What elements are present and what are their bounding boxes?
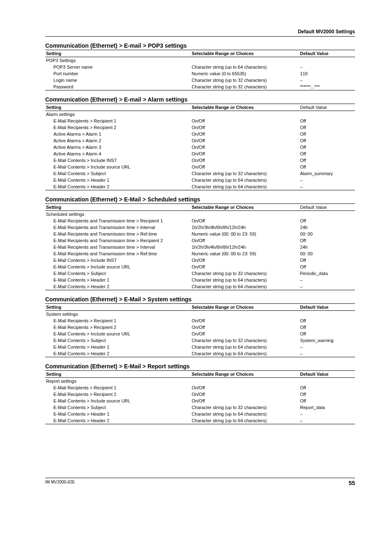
setting-default: Off — [299, 324, 355, 331]
setting-name: E-Mail Recipients and Transmission time … — [45, 231, 191, 237]
setting-name: E-Mail Recipients > Recipient 2 — [45, 124, 191, 131]
col-header-range: Selectable Range or Choices — [191, 104, 299, 111]
setting-default: – — [299, 411, 355, 417]
col-header-setting: Setting — [45, 204, 191, 211]
setting-name: E-Mail Recipients and Transmission time … — [45, 217, 191, 224]
table-row: E-Mail Recipients and Transmission time … — [45, 237, 355, 244]
group-label: Alarm settings — [45, 111, 355, 118]
settings-table: SettingSelectable Range or ChoicesDefaul… — [45, 50, 355, 90]
group-row: System settings — [45, 311, 355, 318]
setting-name: E-Mail Contents > Subject — [45, 337, 191, 344]
setting-name: Active Alarms > Alarm 3 — [45, 144, 191, 150]
setting-default: – — [299, 283, 355, 290]
setting-range: 1h/2h/3h/4h/6h/8h/12h/24h — [191, 244, 299, 250]
setting-range: Character string (up to 32 characters) — [191, 170, 299, 177]
setting-default: Off — [299, 144, 355, 150]
setting-range: Character string (up to 32 characters) — [191, 77, 299, 83]
table-row: Active Alarms > Alarm 1On/OffOff — [45, 131, 355, 137]
table-row: PasswordCharacter string (up to 32 chara… — [45, 83, 355, 90]
setting-range: On/Off — [191, 157, 299, 164]
setting-default: – — [299, 183, 355, 190]
setting-default: Alarm_summary — [299, 170, 355, 177]
col-header-default: Default Value — [299, 50, 355, 57]
group-row: Scheduled settings — [45, 211, 355, 218]
setting-name: E-Mail Recipients and Transmission time … — [45, 224, 191, 231]
setting-range: Character string (up to 32 characters) — [191, 404, 299, 411]
table-row: E-Mail Recipients > Recipient 1On/OffOff — [45, 118, 355, 124]
setting-default: Off — [299, 217, 355, 224]
setting-default: ******...*** — [299, 83, 355, 90]
setting-default: – — [299, 177, 355, 183]
setting-name: E-Mail Contents > Header 2 — [45, 283, 191, 290]
setting-range: Character string (up to 64 characters) — [191, 344, 299, 350]
setting-range: On/Off — [191, 398, 299, 404]
setting-default: Off — [299, 118, 355, 124]
setting-name: POP3 Server name — [45, 64, 191, 70]
table-row: E-Mail Contents > Include source URLOn/O… — [45, 331, 355, 337]
setting-name: E-Mail Contents > Header 1 — [45, 411, 191, 417]
col-header-setting: Setting — [45, 304, 191, 311]
setting-default: Off — [299, 137, 355, 144]
setting-range: On/Off — [191, 257, 299, 264]
table-row: E-Mail Recipients and Transmission time … — [45, 224, 355, 231]
setting-name: Port number — [45, 70, 191, 77]
setting-default: – — [299, 350, 355, 357]
setting-default: Off — [299, 264, 355, 270]
setting-range: 1h/2h/3h/4h/6h/8h/12h/24h — [191, 224, 299, 231]
group-label: System settings — [45, 311, 355, 318]
setting-range: On/Off — [191, 137, 299, 144]
setting-name: E-Mail Recipients and Transmission time … — [45, 244, 191, 250]
setting-default: 24h — [299, 244, 355, 250]
setting-range: On/Off — [191, 264, 299, 270]
setting-range: Character string (up to 64 characters) — [191, 183, 299, 190]
setting-default: – — [299, 77, 355, 83]
section-title: Communication (Ethernet) > E-Mail > Syst… — [45, 296, 355, 303]
setting-name: E-Mail Contents > Include source URL — [45, 164, 191, 170]
section-title: Communication (Ethernet) > E-mail > Alar… — [45, 96, 355, 103]
settings-table: SettingSelectable Range or ChoicesDefaul… — [45, 370, 355, 424]
col-header-setting: Setting — [45, 371, 191, 378]
table-row: E-Mail Recipients and Transmission time … — [45, 217, 355, 224]
group-label: Report settings — [45, 378, 355, 385]
setting-name: E-Mail Recipients > Recipient 1 — [45, 118, 191, 124]
setting-name: E-Mail Contents > Include source URL — [45, 398, 191, 404]
table-row: Active Alarms > Alarm 4On/OffOff — [45, 150, 355, 157]
setting-range: On/Off — [191, 331, 299, 337]
setting-default: Off — [299, 237, 355, 244]
setting-range: On/Off — [191, 237, 299, 244]
table-row: E-Mail Recipients > Recipient 2On/OffOff — [45, 391, 355, 398]
setting-name: E-Mail Recipients and Transmission time … — [45, 250, 191, 257]
table-row: E-Mail Contents > Header 1Character stri… — [45, 277, 355, 283]
table-row: E-Mail Contents > Include INSTOn/OffOff — [45, 257, 355, 264]
table-row: E-Mail Contents > Include source URLOn/O… — [45, 164, 355, 170]
setting-name: E-Mail Contents > Include INST — [45, 257, 191, 264]
setting-default: – — [299, 344, 355, 350]
setting-default: Off — [299, 384, 355, 391]
setting-default: Off — [299, 131, 355, 137]
setting-name: E-Mail Recipients and Transmission time … — [45, 237, 191, 244]
setting-default: 00: 00 — [299, 250, 355, 257]
table-row: E-Mail Contents > SubjectCharacter strin… — [45, 337, 355, 344]
col-header-default: Default Value — [299, 104, 355, 111]
table-row: POP3 Server nameCharacter string (up to … — [45, 64, 355, 70]
table-row: Login nameCharacter string (up to 32 cha… — [45, 77, 355, 83]
page-header: Default MV2000 Settings — [45, 29, 355, 36]
table-row: E-Mail Recipients and Transmission time … — [45, 250, 355, 257]
header-rule — [45, 36, 355, 37]
table-row: E-Mail Recipients > Recipient 1On/OffOff — [45, 317, 355, 324]
table-row: E-Mail Contents > Include source URLOn/O… — [45, 398, 355, 404]
setting-range: On/Off — [191, 384, 299, 391]
setting-name: E-Mail Recipients > Recipient 2 — [45, 391, 191, 398]
setting-name: E-Mail Contents > Subject — [45, 170, 191, 177]
setting-range: Character string (up to 32 characters) — [191, 270, 299, 277]
setting-range: Character string (up to 64 characters) — [191, 411, 299, 417]
setting-name: Active Alarms > Alarm 4 — [45, 150, 191, 157]
setting-range: Character string (up to 64 characters) — [191, 417, 299, 424]
setting-default: Report_data — [299, 404, 355, 411]
table-row: E-Mail Contents > Header 2Character stri… — [45, 417, 355, 424]
table-row: Active Alarms > Alarm 2On/OffOff — [45, 137, 355, 144]
page-footer: IM MV2000-02E 55 — [45, 480, 355, 486]
setting-default: Off — [299, 157, 355, 164]
setting-name: E-Mail Contents > Header 1 — [45, 344, 191, 350]
setting-default: – — [299, 64, 355, 70]
